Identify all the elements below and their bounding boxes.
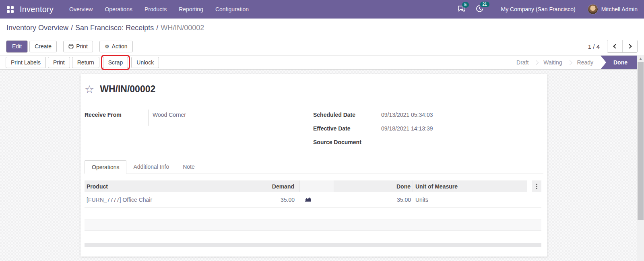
cell-demand[interactable]: 35.00 bbox=[222, 197, 300, 203]
table-footer-band bbox=[85, 243, 541, 247]
vertical-ellipsis-icon bbox=[536, 184, 537, 189]
form-statusbar: Print Labels Print Return Scrap Unlock D… bbox=[0, 55, 644, 70]
messages-badge: 5 bbox=[462, 2, 469, 8]
activities-badge: 21 bbox=[480, 2, 489, 7]
chevron-right-icon bbox=[627, 44, 632, 48]
nav-right: 5 21 My Company (San Francisco) Mitchell… bbox=[458, 0, 644, 19]
receive-from-label: Receive From bbox=[85, 110, 148, 126]
tab-additional-info[interactable]: Additional Info bbox=[126, 160, 176, 174]
control-panel: Edit Create Print ⚙Action 1 / 4 bbox=[0, 37, 644, 55]
table-row[interactable]: [FURN_7777] Office Chair 35.00 35.00 Uni… bbox=[85, 192, 541, 208]
chevron-left-icon bbox=[613, 44, 617, 48]
cell-uom[interactable]: Units bbox=[413, 197, 527, 203]
stage-draft[interactable]: Draft bbox=[512, 59, 533, 66]
pager: 1 / 4 bbox=[588, 40, 638, 53]
nav-menu: Overview Operations Products Reporting C… bbox=[63, 0, 255, 19]
breadcrumb-separator: / bbox=[156, 24, 158, 32]
vertical-scrollbar[interactable]: ▲ bbox=[637, 55, 644, 261]
stage-separator-icon bbox=[567, 60, 572, 65]
print-labels-button[interactable]: Print Labels bbox=[6, 57, 46, 68]
user-menu[interactable]: Mitchell Admin bbox=[601, 6, 638, 12]
breadcrumb-link-receipts[interactable]: San Francisco: Receipts bbox=[75, 24, 154, 32]
print-menu-button[interactable]: Print bbox=[63, 41, 93, 52]
column-header-uom[interactable]: Unit of Measure bbox=[413, 180, 527, 192]
action-menu-label: Action bbox=[112, 43, 128, 50]
stage-pipeline: Draft Waiting Ready Done bbox=[512, 56, 637, 69]
printer-icon bbox=[68, 44, 74, 49]
unlock-button[interactable]: Unlock bbox=[131, 57, 159, 68]
header-gap bbox=[527, 180, 532, 192]
cell-forecast bbox=[300, 197, 334, 203]
column-header-product[interactable]: Product bbox=[85, 180, 222, 192]
fields-left-column: Receive From Wood Corner bbox=[85, 110, 310, 126]
nav-item-configuration[interactable]: Configuration bbox=[209, 0, 255, 19]
pager-count: 1 / 4 bbox=[588, 43, 600, 50]
nav-item-operations[interactable]: Operations bbox=[99, 0, 138, 19]
stage-waiting[interactable]: Waiting bbox=[539, 59, 566, 66]
activities-button[interactable]: 21 bbox=[476, 5, 483, 14]
breadcrumb-current: WH/IN/00002 bbox=[161, 24, 204, 32]
breadcrumb: Inventory Overview / San Francisco: Rece… bbox=[0, 19, 644, 37]
title-row: ☆ WH/IN/00002 bbox=[85, 84, 155, 95]
form-sheet: ☆ WH/IN/00002 Receive From Wood Corner S… bbox=[80, 74, 547, 257]
top-nav: Inventory Overview Operations Products R… bbox=[0, 0, 644, 19]
stage-ready[interactable]: Ready bbox=[573, 59, 597, 66]
messages-button[interactable]: 5 bbox=[458, 5, 465, 14]
scheduled-date-value[interactable]: 09/13/2021 05:34:03 bbox=[377, 110, 543, 123]
scrollbar-thumb[interactable] bbox=[638, 62, 644, 220]
effective-date-label: Effective Date bbox=[313, 123, 377, 137]
scrollbar-up-arrow-icon[interactable]: ▲ bbox=[637, 55, 644, 62]
scrap-button[interactable]: Scrap bbox=[103, 57, 128, 68]
optional-columns-button[interactable] bbox=[532, 180, 541, 192]
table-header: Product Demand Done Unit of Measure bbox=[85, 180, 541, 192]
effective-date-value[interactable]: 09/18/2021 14:13:39 bbox=[377, 123, 543, 137]
notebook-tabs: Operations Additional Info Note bbox=[85, 160, 543, 174]
action-menu-button[interactable]: ⚙Action bbox=[99, 41, 133, 52]
pager-previous-button[interactable] bbox=[607, 40, 622, 52]
column-header-demand[interactable]: Demand bbox=[222, 180, 300, 192]
breadcrumb-link-overview[interactable]: Inventory Overview bbox=[6, 24, 68, 32]
breadcrumb-separator: / bbox=[71, 24, 73, 32]
operations-table: Product Demand Done Unit of Measure [FUR… bbox=[85, 180, 541, 231]
source-document-value[interactable] bbox=[377, 137, 543, 151]
company-switcher[interactable]: My Company (San Francisco) bbox=[501, 6, 576, 12]
stage-done-active[interactable]: Done bbox=[601, 56, 637, 69]
record-title: WH/IN/00002 bbox=[100, 84, 155, 95]
source-document-label: Source Document bbox=[313, 137, 377, 151]
nav-item-overview[interactable]: Overview bbox=[63, 0, 99, 19]
content-background: ☆ WH/IN/00002 Receive From Wood Corner S… bbox=[0, 70, 644, 261]
column-header-done[interactable]: Done bbox=[334, 180, 413, 192]
create-button[interactable]: Create bbox=[29, 41, 57, 52]
pager-next-button[interactable] bbox=[622, 40, 637, 52]
cell-product[interactable]: [FURN_7777] Office Chair bbox=[85, 197, 222, 203]
nav-item-reporting[interactable]: Reporting bbox=[173, 0, 209, 19]
table-empty-row bbox=[85, 208, 541, 220]
column-header-forecast bbox=[300, 180, 334, 192]
apps-menu-icon[interactable] bbox=[7, 6, 14, 13]
tab-note[interactable]: Note bbox=[176, 160, 202, 174]
return-button[interactable]: Return bbox=[72, 57, 99, 68]
scheduled-date-label: Scheduled Date bbox=[313, 110, 377, 123]
nav-item-products[interactable]: Products bbox=[138, 0, 173, 19]
gear-icon: ⚙ bbox=[105, 44, 109, 50]
user-avatar[interactable] bbox=[588, 4, 598, 14]
tab-operations[interactable]: Operations bbox=[85, 160, 126, 174]
app-brand[interactable]: Inventory bbox=[20, 5, 54, 14]
favorite-star-icon[interactable]: ☆ bbox=[85, 84, 94, 95]
fields-right-column: Scheduled Date 09/13/2021 05:34:03 Effec… bbox=[313, 110, 543, 151]
receive-from-value[interactable]: Wood Corner bbox=[149, 110, 310, 123]
forecast-chart-icon[interactable] bbox=[305, 197, 311, 203]
stage-separator-icon bbox=[533, 60, 539, 65]
print-menu-label: Print bbox=[76, 43, 88, 50]
edit-button[interactable]: Edit bbox=[6, 41, 27, 52]
print-button[interactable]: Print bbox=[48, 57, 70, 68]
table-stripe-row bbox=[85, 220, 541, 231]
cell-done[interactable]: 35.00 bbox=[334, 197, 413, 203]
